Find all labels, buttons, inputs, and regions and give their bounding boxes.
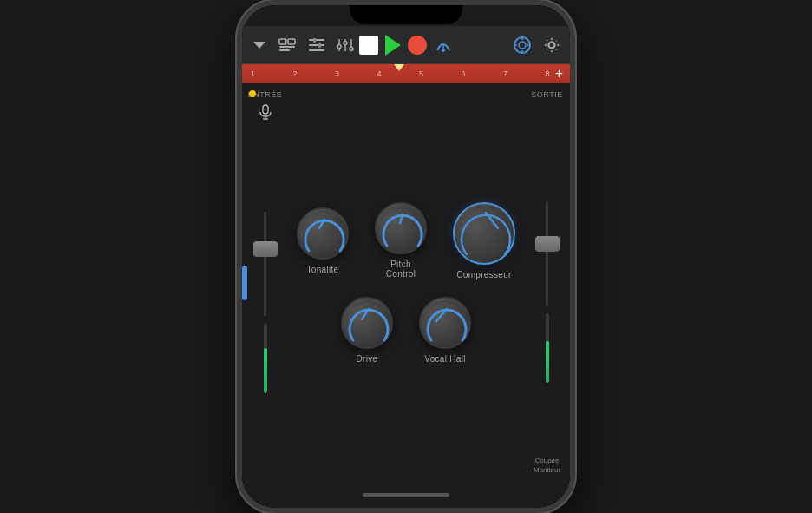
output-bottom-label: Coupée Moniteur	[524, 456, 570, 475]
output-label: SORTIE	[531, 90, 562, 99]
svg-point-22	[519, 42, 526, 49]
svg-rect-9	[318, 43, 321, 48]
svg-rect-8	[313, 38, 316, 43]
svg-rect-29	[263, 105, 268, 114]
vocal-hall-control: Vocal Hall	[419, 297, 471, 364]
top-knob-row: Tonalité Pitch Control	[297, 202, 515, 280]
input-vu-fill	[264, 348, 267, 393]
phone-screen: 1 2 3 4 5 6 7 8 +	[242, 5, 570, 508]
home-indicator	[363, 493, 449, 497]
playhead[interactable]	[394, 64, 404, 83]
vocal-hall-label: Vocal Hall	[424, 354, 465, 364]
pitch-control-knob[interactable]	[375, 202, 427, 254]
settings-icon[interactable]	[542, 36, 561, 55]
output-vu-meter	[546, 313, 549, 383]
notch	[350, 5, 462, 24]
timeline-ruler[interactable]: 1 2 3 4 5 6 7 8	[249, 64, 552, 83]
main-area: ENTRÉE	[242, 83, 570, 482]
output-fader-thumb[interactable]	[535, 236, 560, 252]
stop-button[interactable]	[359, 36, 378, 55]
toolbar	[242, 26, 570, 64]
mark-2: 2	[293, 69, 298, 78]
pitch-control-label: Pitch Control	[375, 260, 427, 279]
phone-frame: 1 2 3 4 5 6 7 8 +	[237, 0, 575, 513]
compresseur-label: Compresseur	[456, 270, 511, 280]
playhead-arrow	[394, 64, 404, 71]
input-fader-container	[246, 126, 285, 475]
output-vu-fill	[546, 341, 549, 383]
mark-8: 8	[546, 69, 550, 78]
drive-label: Drive	[357, 354, 378, 364]
svg-rect-4	[279, 49, 290, 51]
right-channel: SORTIE Coupée Moniteur	[524, 83, 570, 482]
drive-control: Drive	[341, 297, 393, 364]
mic-icon	[259, 104, 272, 122]
vocal-hall-knob[interactable]	[419, 297, 471, 349]
mark-4: 4	[377, 69, 382, 78]
svg-point-12	[337, 44, 341, 48]
output-fader-container	[527, 104, 566, 475]
left-channel: ENTRÉE	[242, 83, 288, 482]
toolbar-left	[251, 36, 359, 54]
compresseur-control: Compresseur	[453, 202, 515, 280]
record-button[interactable]	[408, 36, 427, 55]
mark-6: 6	[462, 69, 466, 78]
mixer-icon[interactable]	[308, 38, 325, 52]
svg-point-18	[350, 47, 353, 50]
svg-rect-6	[309, 44, 324, 46]
svg-rect-5	[309, 39, 324, 41]
svg-rect-3	[279, 46, 295, 48]
svg-point-28	[549, 42, 555, 48]
mark-7: 7	[503, 69, 508, 78]
output-fader-track	[546, 201, 548, 306]
input-fader-thumb[interactable]	[253, 241, 278, 257]
tonalite-label: Tonalité	[307, 265, 339, 274]
svg-rect-2	[288, 39, 295, 44]
toolbar-center	[359, 35, 453, 56]
drive-knob[interactable]	[341, 297, 393, 349]
bottom-knob-row: Drive Vocal Hall	[341, 297, 471, 364]
mark-1: 1	[251, 69, 255, 78]
smart-controls-icon[interactable]	[513, 36, 532, 55]
svg-rect-1	[279, 39, 286, 44]
mark-5: 5	[419, 69, 423, 78]
pitch-control-control: Pitch Control	[375, 202, 427, 279]
add-track-button[interactable]: +	[555, 66, 563, 82]
svg-point-15	[344, 41, 347, 44]
dropdown-button[interactable]	[251, 36, 268, 54]
level-indicator	[249, 90, 256, 97]
input-vu-meter	[264, 324, 267, 393]
input-fader-track	[264, 212, 266, 316]
svg-rect-7	[309, 49, 324, 51]
mark-3: 3	[335, 69, 339, 78]
tonalite-knob[interactable]	[297, 207, 349, 260]
center-controls: Tonalité Pitch Control	[288, 83, 524, 482]
tuner-icon[interactable]	[434, 36, 453, 55]
compresseur-knob[interactable]	[453, 202, 515, 265]
eq-icon[interactable]	[336, 37, 355, 53]
bottom-bar	[242, 482, 570, 508]
toolbar-right	[453, 36, 561, 55]
svg-point-20	[442, 49, 445, 52]
track-view-icon[interactable]	[278, 38, 298, 52]
timeline: 1 2 3 4 5 6 7 8 +	[242, 64, 570, 83]
play-button[interactable]	[385, 35, 401, 56]
svg-marker-0	[253, 42, 265, 49]
tonalite-control: Tonalité	[297, 207, 349, 274]
